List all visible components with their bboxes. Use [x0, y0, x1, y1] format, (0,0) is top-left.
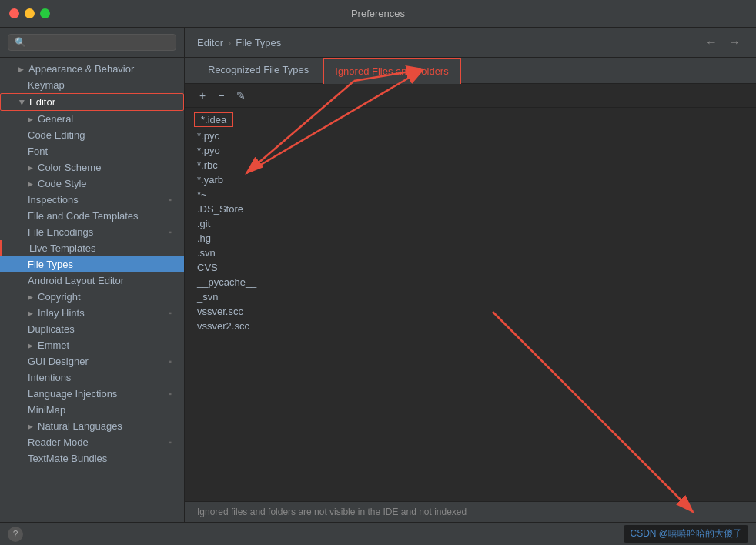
sidebar-search-container — [0, 28, 184, 58]
status-bar: Ignored files and folders are not visibl… — [185, 501, 756, 522]
tabs-bar: Recognized File Types Ignored Files and … — [185, 58, 756, 84]
help-button[interactable]: ? — [8, 527, 23, 542]
close-button[interactable] — [9, 8, 19, 18]
chevron-right-icon: ▶ — [28, 180, 33, 188]
file-encodings-badge: ▪ — [169, 228, 172, 236]
search-input[interactable] — [8, 34, 176, 51]
bottom-bar: ? CSDN @嘻嘻哈哈的大傻子 — [0, 522, 756, 545]
content-body: Recognized File Types Ignored Files and … — [185, 58, 756, 522]
chevron-right-icon: ▶ — [28, 309, 33, 317]
maximize-button[interactable] — [40, 8, 50, 18]
breadcrumb-separator: › — [228, 37, 231, 48]
sidebar-item-editor[interactable]: ▶ Editor — [0, 93, 184, 111]
sidebar-item-code-style[interactable]: ▶ Code Style — [0, 176, 184, 192]
sidebar-item-inlay-hints[interactable]: ▶ Inlay Hints ▪ — [0, 305, 184, 321]
main-layout: ▶ Appearance & Behavior Keymap ▶ Editor … — [0, 28, 756, 522]
file-list-item[interactable]: _svn — [185, 289, 756, 304]
sidebar-item-reader-mode[interactable]: Reader Mode ▪ — [0, 434, 184, 450]
chevron-right-icon: ▶ — [28, 342, 33, 349]
sidebar-item-language-injections[interactable]: Language Injections ▪ — [0, 386, 184, 402]
sidebar-item-live-templates[interactable]: Live Templates — [0, 240, 184, 256]
sidebar-item-copyright[interactable]: ▶ Copyright — [0, 289, 184, 305]
file-list-item[interactable]: .git — [185, 216, 756, 231]
sidebar-item-keymap[interactable]: Keymap — [0, 77, 184, 93]
sidebar-item-natural-languages[interactable]: ▶ Natural Languages — [0, 418, 184, 434]
file-list-item[interactable]: *~ — [185, 187, 756, 202]
sidebar-item-file-encodings[interactable]: File Encodings ▪ — [0, 224, 184, 240]
reader-mode-badge: ▪ — [169, 438, 172, 446]
file-list-item[interactable]: .DS_Store — [185, 202, 756, 216]
sidebar-item-appearance[interactable]: ▶ Appearance & Behavior — [0, 61, 184, 77]
back-button[interactable]: ← — [702, 35, 721, 49]
breadcrumb: Editor › File Types — [197, 37, 281, 48]
edit-button[interactable]: ✎ — [231, 87, 251, 104]
file-list-item[interactable]: *.rbc — [185, 158, 756, 172]
window-title: Preferences — [351, 8, 405, 19]
sidebar-item-intentions[interactable]: Intentions — [0, 369, 184, 386]
sidebar-item-inspections[interactable]: Inspections ▪ — [0, 192, 184, 208]
breadcrumb-current: File Types — [236, 37, 281, 48]
inspections-badge: ▪ — [169, 196, 172, 204]
file-list: *.idea *.pyc *.pyo *.rbc *.yarb *~ — [185, 108, 756, 501]
lang-injections-badge: ▪ — [169, 390, 172, 398]
file-list-item[interactable]: vssver.scc — [185, 304, 756, 319]
sidebar-item-minimap[interactable]: MiniMap — [0, 402, 184, 418]
file-list-item[interactable]: .svn — [185, 246, 756, 260]
file-list-item[interactable]: vssver2.scc — [185, 319, 756, 333]
sidebar-item-android-layout[interactable]: Android Layout Editor — [0, 272, 184, 289]
nav-buttons: ← → — [702, 35, 744, 49]
sidebar-item-code-editing[interactable]: Code Editing — [0, 127, 184, 143]
file-list-item[interactable]: *.pyc — [185, 129, 756, 143]
sidebar-item-emmet[interactable]: ▶ Emmet — [0, 337, 184, 353]
chevron-right-icon: ▶ — [28, 293, 33, 301]
file-list-item[interactable]: __pycache__ — [185, 275, 756, 289]
window-controls — [9, 8, 50, 18]
sidebar-item-file-types[interactable]: File Types — [0, 256, 184, 272]
sidebar-item-gui-designer[interactable]: GUI Designer ▪ — [0, 353, 184, 369]
file-list-item[interactable]: *.idea — [194, 112, 233, 127]
sidebar-item-color-scheme[interactable]: ▶ Color Scheme — [0, 159, 184, 176]
breadcrumb-parent: Editor — [197, 37, 223, 48]
file-list-item[interactable]: *.pyo — [185, 143, 756, 158]
status-text: Ignored files and folders are not visibl… — [197, 507, 467, 517]
chevron-right-icon: ▶ — [18, 65, 24, 73]
chevron-right-icon: ▶ — [28, 423, 33, 430]
watermark-label: CSDN @嘻嘻哈哈的大傻子 — [624, 525, 748, 543]
sidebar-item-font[interactable]: Font — [0, 143, 184, 159]
file-list-item[interactable]: .hg — [185, 231, 756, 246]
toolbar: + − ✎ — [185, 84, 756, 108]
titlebar: Preferences — [0, 0, 756, 28]
content-panel: Editor › File Types ← → Recognized File … — [185, 28, 756, 522]
file-list-item[interactable]: *.yarb — [185, 172, 756, 187]
forward-button[interactable]: → — [725, 35, 744, 49]
sidebar-item-file-code-templates[interactable]: File and Code Templates — [0, 208, 184, 224]
tab-ignored[interactable]: Ignored Files and Folders — [323, 58, 460, 84]
sidebar-item-duplicates[interactable]: Duplicates — [0, 321, 184, 337]
chevron-down-icon: ▶ — [18, 99, 26, 105]
add-button[interactable]: + — [194, 87, 211, 104]
gui-designer-badge: ▪ — [169, 357, 172, 366]
minimize-button[interactable] — [25, 8, 35, 18]
inlay-hints-badge: ▪ — [169, 309, 172, 317]
tab-recognized[interactable]: Recognized File Types — [197, 58, 319, 83]
sidebar-item-general[interactable]: ▶ General — [0, 111, 184, 127]
remove-button[interactable]: − — [212, 87, 229, 104]
sidebar-item-textmate-bundles[interactable]: TextMate Bundles — [0, 450, 184, 466]
chevron-right-icon: ▶ — [28, 115, 33, 123]
file-list-item[interactable]: CVS — [185, 260, 756, 275]
sidebar: ▶ Appearance & Behavior Keymap ▶ Editor … — [0, 28, 185, 522]
chevron-right-icon: ▶ — [28, 164, 33, 172]
content-header: Editor › File Types ← → — [185, 28, 756, 58]
sidebar-items-list: ▶ Appearance & Behavior Keymap ▶ Editor … — [0, 58, 184, 522]
